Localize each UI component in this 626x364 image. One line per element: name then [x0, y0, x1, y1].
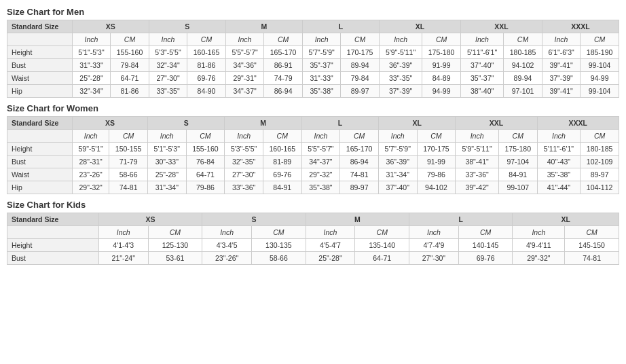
cell-value: 74-79	[264, 72, 303, 85]
men-xxl-cm: CM	[504, 33, 542, 46]
cell-value: 74-81	[565, 252, 619, 265]
cell-value: 33"-36"	[456, 168, 499, 181]
cell-value: 79-86	[186, 181, 225, 194]
men-m-inch: Inch	[225, 33, 263, 46]
cell-value: 40"-43"	[537, 156, 581, 168]
cell-value: 165-170	[264, 46, 303, 59]
kids-s-inch: Inch	[202, 226, 252, 239]
women-xxl-cm: CM	[498, 130, 537, 143]
table-row: Hip29"-32"74-8131"-34"79-8633"-36"84-913…	[7, 181, 619, 194]
cell-value: 4'3-4'5	[202, 239, 252, 252]
cell-value: 27"-30"	[149, 72, 187, 85]
cell-value: 94-99	[422, 85, 461, 98]
cell-value: 94-99	[581, 72, 619, 85]
table-row: Hip32"-34"81-8633"-35"84-9034"-37"86-943…	[7, 85, 619, 98]
men-s-header: S	[149, 20, 225, 33]
cell-value: 35"-37"	[302, 59, 340, 72]
row-label: Waist	[7, 168, 73, 181]
cell-value: 39"-41"	[542, 59, 580, 72]
kids-xs-header: XS	[98, 213, 202, 226]
cell-value: 35"-38"	[302, 85, 340, 98]
women-s-cm: CM	[186, 130, 225, 143]
cell-value: 37"-40"	[460, 59, 503, 72]
kids-m-cm: CM	[355, 226, 409, 239]
cell-value: 89-97	[340, 181, 379, 194]
row-label: Height	[7, 239, 99, 252]
men-header-row: Standard Size XS S M L XL XXL XXXL	[7, 20, 619, 33]
men-xs-cm: CM	[111, 33, 149, 46]
cell-value: 170-175	[341, 46, 380, 59]
cell-value: 69-76	[458, 252, 513, 265]
cell-value: 29"-32"	[513, 252, 565, 265]
cell-value: 175-180	[422, 46, 461, 59]
cell-value: 41"-44"	[537, 181, 581, 194]
cell-value: 5'9"-5'11"	[379, 46, 422, 59]
cell-value: 27"-30"	[409, 252, 459, 265]
cell-value: 39"-42"	[456, 181, 499, 194]
women-xs-header: XS	[73, 117, 148, 130]
cell-value: 130-135	[251, 239, 306, 252]
cell-value: 5'3"-5'5"	[225, 143, 263, 156]
women-m-cm: CM	[263, 130, 301, 143]
cell-value: 32"-35"	[225, 156, 263, 168]
cell-value: 35"-38"	[537, 168, 581, 181]
women-xxxl-header: XXXL	[537, 117, 619, 130]
women-xl-inch: Inch	[379, 130, 418, 143]
cell-value: 33"-36"	[225, 181, 263, 194]
cell-value: 4'9-4'11	[513, 239, 565, 252]
women-xs-inch: Inch	[73, 130, 109, 143]
cell-value: 81-89	[263, 156, 301, 168]
cell-value: 33"-35"	[379, 72, 422, 85]
cell-value: 5'5"-5'7"	[301, 143, 340, 156]
cell-value: 37"-39"	[379, 85, 422, 98]
cell-value: 125-130	[148, 239, 202, 252]
men-xl-header: XL	[379, 20, 460, 33]
cell-value: 5'9"-5'11"	[456, 143, 499, 156]
cell-value: 29"-31"	[225, 72, 263, 85]
men-xxxl-cm: CM	[581, 33, 619, 46]
cell-value: 37"-39"	[542, 72, 580, 85]
cell-value: 33"-35"	[149, 85, 187, 98]
women-l-cm: CM	[340, 130, 379, 143]
men-l-inch: Inch	[302, 33, 340, 46]
cell-value: 99-104	[581, 85, 619, 98]
cell-value: 71-79	[109, 156, 148, 168]
cell-value: 155-160	[186, 143, 225, 156]
women-xl-header: XL	[379, 117, 456, 130]
cell-value: 5'3"-5'5"	[149, 46, 187, 59]
cell-value: 25"-28"	[306, 252, 355, 265]
men-tbody: Height5'1"-5'3"155-1605'3"-5'5"160-1655'…	[7, 46, 619, 98]
cell-value: 91-99	[422, 59, 461, 72]
cell-value: 23"-26"	[202, 252, 252, 265]
kids-xl-inch: Inch	[513, 226, 565, 239]
table-row: Bust28"-31"71-7930"-33"76-8432"-35"81-89…	[7, 156, 619, 168]
row-label: Hip	[7, 85, 73, 98]
kids-l-inch: Inch	[409, 226, 459, 239]
cell-value: 135-140	[355, 239, 409, 252]
cell-value: 89-97	[341, 85, 380, 98]
kids-header-row: Standard Size XS S M L XL	[7, 213, 619, 226]
cell-value: 94-102	[504, 59, 542, 72]
cell-value: 165-170	[340, 143, 379, 156]
cell-value: 79-86	[417, 168, 456, 181]
men-xl-cm: CM	[422, 33, 461, 46]
cell-value: 99-107	[498, 181, 537, 194]
cell-value: 5'11"-6'1"	[537, 143, 581, 156]
cell-value: 89-94	[504, 72, 542, 85]
cell-value: 32"-34"	[72, 85, 110, 98]
cell-value: 79-84	[341, 72, 380, 85]
cell-value: 25"-28"	[148, 168, 187, 181]
women-s-inch: Inch	[148, 130, 187, 143]
cell-value: 160-165	[187, 46, 226, 59]
cell-value: 74-81	[109, 181, 148, 194]
cell-value: 5'1"-5'3"	[148, 143, 187, 156]
cell-value: 31"-34"	[148, 181, 187, 194]
row-label: Height	[7, 143, 73, 156]
kids-l-header: L	[409, 213, 513, 226]
women-l-inch: Inch	[301, 130, 340, 143]
table-row: Bust31"-33"79-8432"-34"81-8634"-36"86-91…	[7, 59, 619, 72]
men-xxl-header: XXL	[460, 20, 542, 33]
women-xxxl-inch: Inch	[537, 130, 581, 143]
kids-sub-header-row: Inch CM Inch CM Inch CM Inch CM Inch CM	[7, 226, 619, 239]
cell-value: 150-155	[109, 143, 148, 156]
